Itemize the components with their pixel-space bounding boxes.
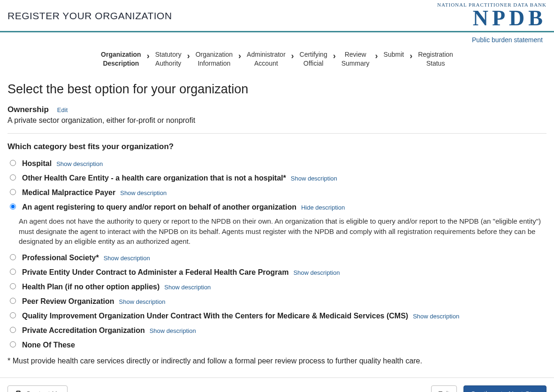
category-radio[interactable] [10,341,16,347]
show-description-link[interactable]: Show description [150,327,196,334]
wizard-steps: Organization Description›Statutory Autho… [0,44,554,82]
category-option-label[interactable]: Other Health Care Entity - a health care… [22,174,286,182]
category-radio[interactable] [10,269,16,275]
category-option-label[interactable]: Medical Malpractice Payer [22,188,115,196]
section-title: Select the best option for your organiza… [8,82,546,97]
hide-description-link[interactable]: Hide description [301,204,345,211]
category-option-label[interactable]: Private Accreditation Organization [22,326,145,334]
chevron-right-icon: › [410,50,412,61]
footnote: * Must provide health care services dire… [8,357,546,365]
wizard-step[interactable]: Submit [381,50,407,59]
category-option-row: Quality Improvement Organization Under C… [8,310,546,320]
category-option-row: Private Entity Under Contract to Adminis… [8,267,546,277]
show-description-link[interactable]: Show description [104,255,150,262]
ownership-label: Ownership [8,105,49,114]
category-radio[interactable] [10,283,16,289]
wizard-step[interactable]: Certifying Official [297,50,330,68]
category-radio[interactable] [10,327,16,333]
ownership-description: A private sector organization, either fo… [8,116,546,125]
category-radio[interactable] [10,189,16,195]
wizard-step[interactable]: Administrator Account [244,50,288,68]
category-radio[interactable] [10,254,16,260]
wizard-step[interactable]: Registration Status [415,50,456,68]
page-title: REGISTER YOUR ORGANIZATION [8,10,172,22]
category-option-row: An agent registering to query and/or rep… [8,202,546,211]
category-option-row: Peer Review OrganizationShow description [8,296,546,306]
show-description-link[interactable]: Show description [120,189,167,196]
category-option-label[interactable]: An agent registering to query and/or rep… [22,203,296,211]
exit-button[interactable]: Exit [431,385,457,392]
category-radio[interactable] [10,312,16,318]
chevron-right-icon: › [375,50,378,61]
show-description-link[interactable]: Show description [293,269,340,276]
logo-text: NPDB [437,8,546,29]
category-option-label[interactable]: Private Entity Under Contract to Adminis… [22,268,288,276]
category-radio[interactable] [10,204,16,210]
chevron-right-icon: › [291,50,294,61]
contact-us-button[interactable]: Contact Us [8,385,68,392]
edit-ownership-link[interactable]: Edit [57,106,68,113]
show-description-link[interactable]: Show description [119,298,166,305]
category-option-label[interactable]: Peer Review Organization [22,297,114,305]
category-option-row: Private Accreditation OrganizationShow d… [8,325,546,335]
wizard-step[interactable]: Organization Information [193,50,235,68]
wizard-step[interactable]: Review Summary [339,50,372,68]
divider [8,133,546,134]
category-option-label[interactable]: Professional Society* [22,254,99,262]
public-burden-link[interactable]: Public burden statement [472,36,543,44]
category-option-row: Medical Malpractice PayerShow descriptio… [8,187,546,197]
category-option-row: Health Plan (if no other option applies)… [8,281,546,291]
category-option-row: None Of These [8,339,546,349]
chevron-right-icon: › [238,50,241,61]
chevron-right-icon: › [187,50,190,61]
show-description-link[interactable]: Show description [291,175,337,182]
chevron-right-icon: › [333,50,336,61]
category-option-label[interactable]: None Of These [22,341,75,349]
category-option-row: HospitalShow description [8,158,546,168]
category-option-row: Other Health Care Entity - a health care… [8,173,546,182]
show-description-link[interactable]: Show description [413,313,459,320]
category-option-description: An agent does not have the authority to … [19,216,546,247]
category-options: HospitalShow descriptionOther Health Car… [8,158,546,349]
category-option-label[interactable]: Hospital [22,159,52,167]
show-description-link[interactable]: Show description [164,284,211,291]
category-option-label[interactable]: Health Plan (if no other option applies) [22,283,159,291]
logo: NATIONAL PRACTITIONER DATA BANK NPDB [437,2,546,29]
continue-button[interactable]: Continue to Next Step [463,385,546,392]
category-radio[interactable] [10,298,16,304]
wizard-step[interactable]: Statutory Authority [152,50,184,68]
category-option-label[interactable]: Quality Improvement Organization Under C… [22,312,408,320]
category-question: Which category best fits your organizati… [8,142,546,151]
phone-icon [15,390,22,392]
show-description-link[interactable]: Show description [56,160,103,167]
contact-us-label: Contact Us [26,390,61,392]
category-radio[interactable] [10,174,16,181]
category-radio[interactable] [10,160,16,166]
chevron-right-icon: › [147,50,150,61]
wizard-step[interactable]: Organization Description [98,50,144,68]
category-option-row: Professional Society*Show description [8,252,546,262]
